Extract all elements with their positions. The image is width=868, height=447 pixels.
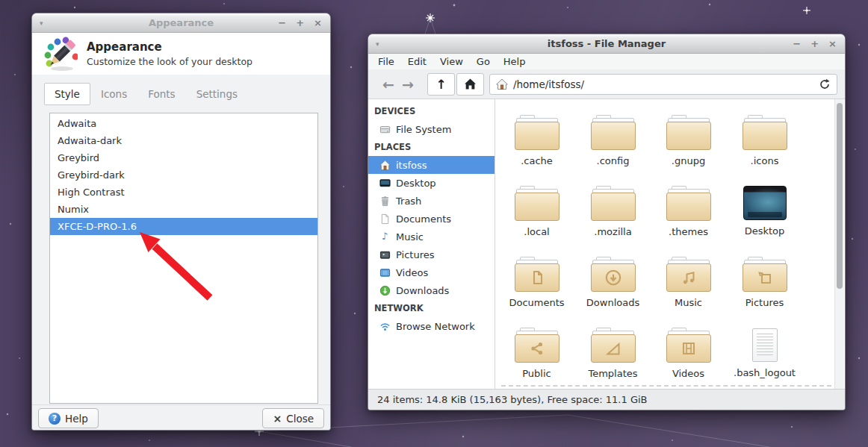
file-label: .themes [651, 226, 726, 237]
forward-button[interactable]: → [398, 76, 418, 93]
up-button[interactable]: ↑ [427, 73, 455, 96]
back-button[interactable]: ← [379, 76, 398, 93]
minimize-button[interactable]: − [278, 13, 286, 33]
menu-view[interactable]: View [433, 54, 470, 69]
menu-go[interactable]: Go [470, 54, 497, 69]
refresh-icon[interactable] [819, 78, 831, 90]
tab-icons[interactable]: Icons [90, 83, 137, 105]
file-item[interactable]: .cache [499, 115, 574, 166]
file-item[interactable]: .gnupg [651, 115, 726, 166]
theme-row[interactable]: Greybird-dark [50, 166, 317, 184]
download-glyph-icon [604, 268, 623, 287]
dialog-close-button[interactable]: × Close [262, 408, 324, 428]
menu-file[interactable]: File [371, 54, 401, 69]
share-glyph-icon [528, 340, 546, 357]
file-label: .gnupg [651, 155, 726, 166]
appearance-titlebar[interactable]: ▾ Appearance − + × [32, 13, 330, 33]
theme-row[interactable]: Adwaita [50, 115, 317, 132]
home-icon [464, 78, 477, 90]
sidebar-item-videos[interactable]: Videos [368, 263, 495, 281]
sidebar-item-desktop[interactable]: Desktop [368, 174, 495, 192]
file-label: .local [499, 226, 574, 237]
appearance-title: Appearance [87, 40, 252, 54]
path-bar[interactable]: /home/itsfoss/ [489, 74, 837, 95]
document-icon [379, 213, 391, 225]
file-manager-window: ▾ itsfoss - File Manager − + × File Edit… [368, 34, 846, 410]
tab-style[interactable]: Style [44, 83, 90, 105]
scrollbar-thumb[interactable] [837, 103, 843, 289]
theme-row[interactable]: Numix [50, 201, 317, 218]
sidebar-item-label: Videos [396, 267, 428, 278]
file-item[interactable]: .local [499, 186, 574, 237]
sidebar-item-label: Browse Network [396, 321, 475, 332]
appearance-body: Style Icons Fonts Settings Adwaita Adwai… [32, 75, 330, 430]
menu-edit[interactable]: Edit [401, 54, 433, 69]
file-item[interactable]: .themes [651, 186, 726, 237]
sidebar-item-label: Desktop [396, 178, 436, 189]
window-menu-icon[interactable]: ▾ [40, 13, 43, 33]
file-label: Desktop [727, 225, 802, 237]
file-item[interactable]: Music [651, 257, 726, 308]
file-label: .mozilla [575, 226, 651, 237]
minimize-button[interactable]: − [793, 34, 801, 54]
videos-icon [379, 266, 391, 278]
file-item[interactable]: Videos [651, 328, 726, 379]
pictures-folder-icon [743, 257, 787, 292]
appearance-header: Appearance Customize the look of your de… [32, 33, 330, 75]
folder-icon [666, 115, 711, 150]
theme-row-selected[interactable]: XFCE-D-PRO-1.6 [50, 218, 317, 235]
file-label: Pictures [727, 297, 802, 308]
sidebar-item-browse-network[interactable]: Browse Network [368, 317, 495, 335]
sidebar-item-label: Documents [396, 213, 451, 225]
sidebar-item-file-system[interactable]: File System [368, 120, 495, 138]
file-item[interactable]: Desktop [727, 186, 802, 237]
sidebar-item-downloads[interactable]: Downloads [368, 281, 495, 299]
file-item[interactable]: .config [575, 115, 651, 166]
close-button[interactable]: × [314, 13, 322, 33]
tab-settings[interactable]: Settings [186, 83, 248, 105]
maximize-button[interactable]: + [296, 13, 304, 33]
music-folder-icon [666, 257, 711, 292]
sidebar-item-pictures[interactable]: Pictures [368, 246, 495, 263]
file-label: .bash_logout [727, 367, 802, 378]
file-item[interactable]: Templates [575, 328, 651, 379]
home-icon [379, 159, 391, 171]
document-glyph-icon [528, 269, 546, 287]
help-button[interactable]: ? Help [38, 408, 99, 428]
sidebar-item-itsfoss[interactable]: itsfoss [368, 156, 495, 174]
sidebar-item-trash[interactable]: Trash [368, 192, 495, 210]
menu-help[interactable]: Help [497, 54, 533, 69]
file-item[interactable]: Documents [499, 257, 574, 308]
downloads-icon [379, 284, 391, 296]
tab-fonts[interactable]: Fonts [137, 83, 185, 105]
file-label: .config [575, 155, 651, 166]
file-item[interactable]: .bash_logout [727, 328, 802, 378]
sidebar-item-music[interactable]: ♪ Music [368, 228, 495, 246]
downloads-folder-icon [591, 257, 636, 292]
help-label: Help [65, 413, 88, 425]
file-item[interactable]: Downloads [575, 257, 651, 308]
scrollbar-track[interactable] [834, 99, 844, 389]
close-button[interactable]: × [828, 34, 837, 54]
pictures-icon [379, 248, 391, 260]
status-text: 24 items: 14.8 KiB (15,163 bytes), Free … [377, 394, 648, 405]
file-item[interactable]: Pictures [727, 257, 802, 308]
maximize-button[interactable]: + [810, 34, 819, 54]
file-item[interactable]: .icons [727, 115, 802, 166]
sidebar: DEVICES File System PLACES itsfoss [368, 99, 495, 389]
home-button[interactable] [456, 73, 484, 96]
file-item[interactable]: .mozilla [575, 186, 651, 237]
theme-row[interactable]: High Contrast [50, 184, 317, 201]
sidebar-item-label: Trash [396, 196, 421, 207]
file-label: Public [499, 368, 574, 379]
menubar: File Edit View Go Help [368, 54, 845, 69]
file-manager-titlebar[interactable]: ▾ itsfoss - File Manager − + × [368, 34, 845, 54]
sidebar-header-places: PLACES [368, 138, 495, 156]
file-item[interactable]: Public [499, 328, 574, 379]
window-menu-icon[interactable]: ▾ [376, 34, 379, 54]
file-label: Documents [499, 297, 574, 308]
theme-row[interactable]: Greybird [50, 149, 317, 166]
sidebar-item-documents[interactable]: Documents [368, 210, 495, 228]
path-text[interactable]: /home/itsfoss/ [513, 78, 813, 90]
theme-row[interactable]: Adwaita-dark [50, 132, 317, 149]
